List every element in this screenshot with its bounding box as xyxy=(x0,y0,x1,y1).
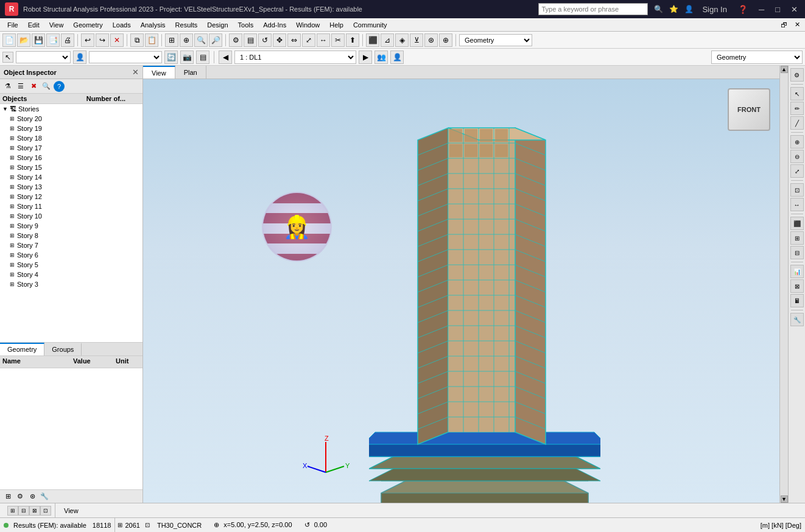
rp-cursor-btn[interactable]: ↖ xyxy=(790,87,804,100)
search-icon[interactable]: 🔍 xyxy=(654,5,663,13)
expand-icon-12[interactable]: ⊞ xyxy=(10,194,17,200)
new-button[interactable]: 📄 xyxy=(2,33,16,47)
rp-calc-btn[interactable]: 🖩 xyxy=(790,294,804,307)
object-type-combo[interactable] xyxy=(16,51,71,63)
tree-item-story-8[interactable]: ⊞ Story 8 xyxy=(0,231,142,240)
layers-tb-btn[interactable]: ▤ xyxy=(196,51,209,64)
person2-btn[interactable]: 👤 xyxy=(390,51,404,64)
tab-geometry[interactable]: Geometry xyxy=(0,343,44,355)
add-load-btn[interactable]: 👤 xyxy=(73,51,86,64)
expand-icon-10[interactable]: ⊞ xyxy=(10,213,17,219)
snap-button[interactable]: ⊕ xyxy=(180,33,193,47)
select-btn[interactable]: ↖ xyxy=(2,52,13,63)
menu-help[interactable]: Help xyxy=(325,18,348,32)
rotate-model-btn[interactable]: 🔄 xyxy=(164,51,178,64)
view-mode-btn4[interactable]: ⊡ xyxy=(40,506,51,516)
menu-restore-button[interactable]: 🗗 xyxy=(778,21,790,29)
tree-item-story-12[interactable]: ⊞ Story 12 xyxy=(0,192,142,201)
undo-button[interactable]: ↩ xyxy=(81,33,94,47)
title-search-box[interactable] xyxy=(538,3,648,15)
oi-help-btn[interactable]: ? xyxy=(54,81,65,92)
expand-icon-18[interactable]: ⊞ xyxy=(10,135,17,141)
redo-button[interactable]: ↪ xyxy=(96,33,109,47)
tree-item-story-13[interactable]: ⊞ Story 13 xyxy=(0,182,142,192)
tree-item-story-9[interactable]: ⊞ Story 9 xyxy=(0,221,142,231)
vscroll-down-btn[interactable]: ▼ xyxy=(781,495,788,503)
rp-pen-btn[interactable]: ✏ xyxy=(790,102,804,115)
layers-button[interactable]: ▤ xyxy=(244,33,257,47)
view-mode-btn3[interactable]: ⊠ xyxy=(29,506,40,516)
rp-result-btn[interactable]: 📊 xyxy=(790,265,804,278)
grid-button[interactable]: ⊞ xyxy=(165,33,178,47)
user-icon[interactable]: 👤 xyxy=(684,5,694,13)
search-tb-button[interactable]: 🔍 xyxy=(194,33,208,47)
zoom-button[interactable]: 🔎 xyxy=(209,33,222,47)
print-preview-button[interactable]: 🖨 xyxy=(61,33,74,47)
expand-icon-14[interactable]: ⊞ xyxy=(10,174,17,180)
expand-icon-3[interactable]: ⊞ xyxy=(10,281,17,287)
view-mode-btn1[interactable]: ⊞ xyxy=(7,506,18,516)
person-btn[interactable]: 👥 xyxy=(374,51,388,64)
menu-design[interactable]: Design xyxy=(202,18,233,32)
tree-item-stories-root[interactable]: ▼ 🏗 Stories xyxy=(0,104,142,114)
expand-icon-13[interactable]: ⊞ xyxy=(10,184,17,190)
rp-fit-btn[interactable]: ⤢ xyxy=(790,164,804,178)
tb-more6[interactable]: ⊕ xyxy=(439,33,452,47)
save-button[interactable]: 💾 xyxy=(32,33,45,47)
oi-filter2-btn[interactable]: ☰ xyxy=(15,81,26,92)
rp-line-btn[interactable]: ╱ xyxy=(790,116,804,130)
help-icon[interactable]: ❓ xyxy=(736,5,750,14)
title-search-input[interactable] xyxy=(541,5,645,13)
rp-zoom-in-btn[interactable]: ⊕ xyxy=(790,135,804,149)
tree-item-story-17[interactable]: ⊞ Story 17 xyxy=(0,143,142,153)
close-button[interactable]: ✕ xyxy=(789,5,800,14)
oi-delete-btn[interactable]: ✖ xyxy=(28,81,39,92)
rp-tools2-btn[interactable]: 🔧 xyxy=(790,313,804,326)
expand-icon-stories[interactable]: ▼ xyxy=(2,106,10,112)
scale-button[interactable]: ⤢ xyxy=(302,33,315,47)
menu-geometry[interactable]: Geometry xyxy=(68,18,107,32)
vscroll-track[interactable] xyxy=(781,73,788,495)
viewport-vscrollbar[interactable]: ▲ ▼ xyxy=(779,66,788,503)
expand-icon-20[interactable]: ⊞ xyxy=(10,116,17,122)
oi-filter-btn[interactable]: ⚗ xyxy=(2,81,13,92)
tab-view[interactable]: View xyxy=(143,66,175,79)
menu-close-button[interactable]: ✕ xyxy=(792,21,803,29)
tree-item-story-20[interactable]: ⊞ Story 20 xyxy=(0,114,142,124)
expand-icon-7[interactable]: ⊞ xyxy=(10,242,17,248)
load-case-next-btn[interactable]: ▶ xyxy=(359,51,372,64)
expand-icon-15[interactable]: ⊞ xyxy=(10,164,17,170)
rp-dimension-btn[interactable]: ↔ xyxy=(790,198,804,211)
tree-item-story-4[interactable]: ⊞ Story 4 xyxy=(0,270,142,279)
mini-btn-3[interactable]: ⊛ xyxy=(27,491,38,502)
rp-grid-btn[interactable]: ⊞ xyxy=(790,231,804,245)
geometry-display-combo[interactable]: Geometry xyxy=(711,51,803,64)
menu-edit[interactable]: Edit xyxy=(23,18,44,32)
menu-community[interactable]: Community xyxy=(348,18,392,32)
tree-item-story-19[interactable]: ⊞ Story 19 xyxy=(0,124,142,133)
expand-icon-6[interactable]: ⊞ xyxy=(10,252,17,258)
rotate-button[interactable]: ↺ xyxy=(258,33,272,47)
bookmark-icon[interactable]: ⭐ xyxy=(669,5,678,13)
mini-btn-2[interactable]: ⚙ xyxy=(15,491,26,502)
tb-more4[interactable]: ⊻ xyxy=(410,33,423,47)
tree-item-story-14[interactable]: ⊞ Story 14 xyxy=(0,172,142,182)
menu-window[interactable]: Window xyxy=(291,18,325,32)
trim-button[interactable]: ✂ xyxy=(331,33,345,47)
load-display-combo[interactable] xyxy=(89,51,162,63)
viewport-canvas[interactable]: FRONT 👷‍♀️ Z xyxy=(143,79,779,503)
menu-addins[interactable]: Add-Ins xyxy=(258,18,291,32)
mirror-button[interactable]: ⇔ xyxy=(287,33,301,47)
tab-plan[interactable]: Plan xyxy=(175,66,206,79)
tree-item-story-11[interactable]: ⊞ Story 11 xyxy=(0,201,142,211)
load-combo-select[interactable]: 1 : DL1 xyxy=(234,51,356,64)
extrude-button[interactable]: ⬆ xyxy=(346,33,359,47)
menu-loads[interactable]: Loads xyxy=(108,18,136,32)
tb-more1[interactable]: ⬛ xyxy=(366,33,379,47)
tree-item-story-6[interactable]: ⊞ Story 6 xyxy=(0,250,142,260)
results-combo[interactable]: Geometry xyxy=(459,34,532,46)
tree-item-story-15[interactable]: ⊞ Story 15 xyxy=(0,163,142,172)
menu-view[interactable]: View xyxy=(44,18,69,32)
tb-more3[interactable]: ◈ xyxy=(395,33,409,47)
minimize-button[interactable]: ─ xyxy=(756,5,767,14)
